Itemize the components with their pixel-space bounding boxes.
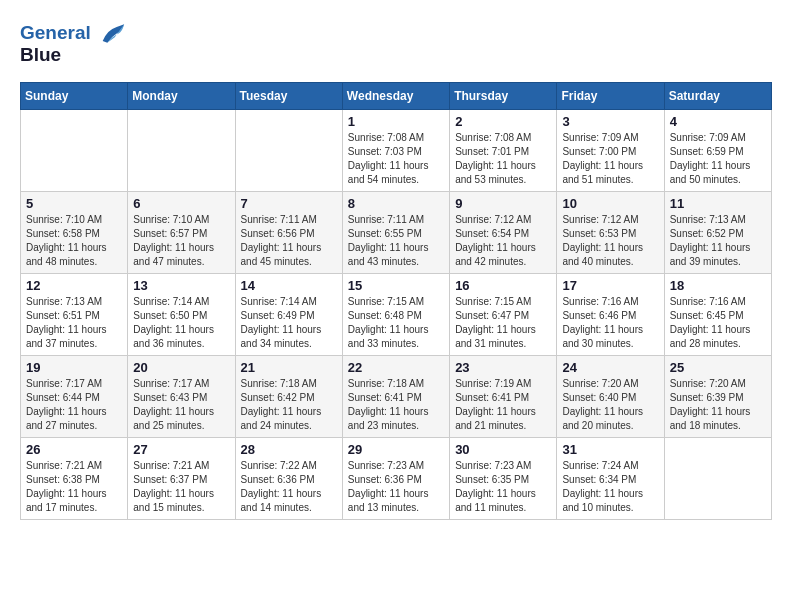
logo-bird-icon: [98, 20, 126, 48]
day-number: 14: [241, 278, 337, 293]
day-info: Sunrise: 7:17 AM Sunset: 6:43 PM Dayligh…: [133, 377, 229, 433]
calendar-cell: 14Sunrise: 7:14 AM Sunset: 6:49 PM Dayli…: [235, 274, 342, 356]
day-info: Sunrise: 7:08 AM Sunset: 7:03 PM Dayligh…: [348, 131, 444, 187]
calendar-cell: 15Sunrise: 7:15 AM Sunset: 6:48 PM Dayli…: [342, 274, 449, 356]
weekday-header-sunday: Sunday: [21, 83, 128, 110]
day-number: 8: [348, 196, 444, 211]
day-number: 23: [455, 360, 551, 375]
day-number: 16: [455, 278, 551, 293]
calendar-cell: 10Sunrise: 7:12 AM Sunset: 6:53 PM Dayli…: [557, 192, 664, 274]
day-info: Sunrise: 7:22 AM Sunset: 6:36 PM Dayligh…: [241, 459, 337, 515]
calendar-cell: 22Sunrise: 7:18 AM Sunset: 6:41 PM Dayli…: [342, 356, 449, 438]
day-number: 1: [348, 114, 444, 129]
day-number: 25: [670, 360, 766, 375]
calendar-cell: 24Sunrise: 7:20 AM Sunset: 6:40 PM Dayli…: [557, 356, 664, 438]
calendar-cell: 5Sunrise: 7:10 AM Sunset: 6:58 PM Daylig…: [21, 192, 128, 274]
calendar-table: SundayMondayTuesdayWednesdayThursdayFrid…: [20, 82, 772, 520]
day-info: Sunrise: 7:08 AM Sunset: 7:01 PM Dayligh…: [455, 131, 551, 187]
day-number: 4: [670, 114, 766, 129]
day-info: Sunrise: 7:09 AM Sunset: 7:00 PM Dayligh…: [562, 131, 658, 187]
day-info: Sunrise: 7:18 AM Sunset: 6:42 PM Dayligh…: [241, 377, 337, 433]
day-number: 21: [241, 360, 337, 375]
calendar-cell: 31Sunrise: 7:24 AM Sunset: 6:34 PM Dayli…: [557, 438, 664, 520]
day-info: Sunrise: 7:10 AM Sunset: 6:58 PM Dayligh…: [26, 213, 122, 269]
day-info: Sunrise: 7:11 AM Sunset: 6:55 PM Dayligh…: [348, 213, 444, 269]
day-number: 19: [26, 360, 122, 375]
calendar-cell: 23Sunrise: 7:19 AM Sunset: 6:41 PM Dayli…: [450, 356, 557, 438]
calendar-cell: 26Sunrise: 7:21 AM Sunset: 6:38 PM Dayli…: [21, 438, 128, 520]
day-info: Sunrise: 7:13 AM Sunset: 6:51 PM Dayligh…: [26, 295, 122, 351]
calendar-cell: 8Sunrise: 7:11 AM Sunset: 6:55 PM Daylig…: [342, 192, 449, 274]
day-info: Sunrise: 7:15 AM Sunset: 6:47 PM Dayligh…: [455, 295, 551, 351]
calendar-header-row: SundayMondayTuesdayWednesdayThursdayFrid…: [21, 83, 772, 110]
weekday-header-saturday: Saturday: [664, 83, 771, 110]
day-number: 3: [562, 114, 658, 129]
day-number: 17: [562, 278, 658, 293]
day-number: 18: [670, 278, 766, 293]
day-info: Sunrise: 7:17 AM Sunset: 6:44 PM Dayligh…: [26, 377, 122, 433]
day-info: Sunrise: 7:21 AM Sunset: 6:37 PM Dayligh…: [133, 459, 229, 515]
day-number: 11: [670, 196, 766, 211]
day-info: Sunrise: 7:15 AM Sunset: 6:48 PM Dayligh…: [348, 295, 444, 351]
calendar-cell: 18Sunrise: 7:16 AM Sunset: 6:45 PM Dayli…: [664, 274, 771, 356]
day-number: 22: [348, 360, 444, 375]
day-info: Sunrise: 7:20 AM Sunset: 6:40 PM Dayligh…: [562, 377, 658, 433]
day-number: 10: [562, 196, 658, 211]
day-info: Sunrise: 7:09 AM Sunset: 6:59 PM Dayligh…: [670, 131, 766, 187]
page-header: General Blue: [20, 20, 772, 66]
day-number: 28: [241, 442, 337, 457]
day-info: Sunrise: 7:11 AM Sunset: 6:56 PM Dayligh…: [241, 213, 337, 269]
calendar-cell: 13Sunrise: 7:14 AM Sunset: 6:50 PM Dayli…: [128, 274, 235, 356]
calendar-cell: 30Sunrise: 7:23 AM Sunset: 6:35 PM Dayli…: [450, 438, 557, 520]
day-number: 7: [241, 196, 337, 211]
calendar-week-row: 5Sunrise: 7:10 AM Sunset: 6:58 PM Daylig…: [21, 192, 772, 274]
calendar-cell: 19Sunrise: 7:17 AM Sunset: 6:44 PM Dayli…: [21, 356, 128, 438]
day-info: Sunrise: 7:19 AM Sunset: 6:41 PM Dayligh…: [455, 377, 551, 433]
day-number: 26: [26, 442, 122, 457]
calendar-cell: 9Sunrise: 7:12 AM Sunset: 6:54 PM Daylig…: [450, 192, 557, 274]
calendar-cell: 29Sunrise: 7:23 AM Sunset: 6:36 PM Dayli…: [342, 438, 449, 520]
day-info: Sunrise: 7:23 AM Sunset: 6:36 PM Dayligh…: [348, 459, 444, 515]
day-number: 6: [133, 196, 229, 211]
day-info: Sunrise: 7:18 AM Sunset: 6:41 PM Dayligh…: [348, 377, 444, 433]
calendar-week-row: 12Sunrise: 7:13 AM Sunset: 6:51 PM Dayli…: [21, 274, 772, 356]
day-info: Sunrise: 7:20 AM Sunset: 6:39 PM Dayligh…: [670, 377, 766, 433]
calendar-week-row: 19Sunrise: 7:17 AM Sunset: 6:44 PM Dayli…: [21, 356, 772, 438]
day-number: 2: [455, 114, 551, 129]
calendar-cell: 7Sunrise: 7:11 AM Sunset: 6:56 PM Daylig…: [235, 192, 342, 274]
day-number: 9: [455, 196, 551, 211]
day-info: Sunrise: 7:12 AM Sunset: 6:53 PM Dayligh…: [562, 213, 658, 269]
weekday-header-thursday: Thursday: [450, 83, 557, 110]
day-info: Sunrise: 7:24 AM Sunset: 6:34 PM Dayligh…: [562, 459, 658, 515]
logo-general: General: [20, 22, 91, 43]
day-number: 15: [348, 278, 444, 293]
day-number: 30: [455, 442, 551, 457]
day-number: 29: [348, 442, 444, 457]
calendar-cell: 28Sunrise: 7:22 AM Sunset: 6:36 PM Dayli…: [235, 438, 342, 520]
weekday-header-wednesday: Wednesday: [342, 83, 449, 110]
day-number: 12: [26, 278, 122, 293]
calendar-cell: 21Sunrise: 7:18 AM Sunset: 6:42 PM Dayli…: [235, 356, 342, 438]
calendar-cell: 25Sunrise: 7:20 AM Sunset: 6:39 PM Dayli…: [664, 356, 771, 438]
day-info: Sunrise: 7:16 AM Sunset: 6:46 PM Dayligh…: [562, 295, 658, 351]
calendar-cell: 20Sunrise: 7:17 AM Sunset: 6:43 PM Dayli…: [128, 356, 235, 438]
day-info: Sunrise: 7:14 AM Sunset: 6:49 PM Dayligh…: [241, 295, 337, 351]
weekday-header-monday: Monday: [128, 83, 235, 110]
calendar-cell: 16Sunrise: 7:15 AM Sunset: 6:47 PM Dayli…: [450, 274, 557, 356]
calendar-cell: [664, 438, 771, 520]
day-number: 24: [562, 360, 658, 375]
calendar-cell: 12Sunrise: 7:13 AM Sunset: 6:51 PM Dayli…: [21, 274, 128, 356]
weekday-header-tuesday: Tuesday: [235, 83, 342, 110]
day-info: Sunrise: 7:10 AM Sunset: 6:57 PM Dayligh…: [133, 213, 229, 269]
calendar-cell: [128, 110, 235, 192]
calendar-cell: 2Sunrise: 7:08 AM Sunset: 7:01 PM Daylig…: [450, 110, 557, 192]
day-number: 13: [133, 278, 229, 293]
calendar-cell: [235, 110, 342, 192]
calendar-cell: [21, 110, 128, 192]
calendar-week-row: 26Sunrise: 7:21 AM Sunset: 6:38 PM Dayli…: [21, 438, 772, 520]
calendar-cell: 27Sunrise: 7:21 AM Sunset: 6:37 PM Dayli…: [128, 438, 235, 520]
day-number: 5: [26, 196, 122, 211]
calendar-cell: 4Sunrise: 7:09 AM Sunset: 6:59 PM Daylig…: [664, 110, 771, 192]
day-info: Sunrise: 7:23 AM Sunset: 6:35 PM Dayligh…: [455, 459, 551, 515]
day-number: 31: [562, 442, 658, 457]
